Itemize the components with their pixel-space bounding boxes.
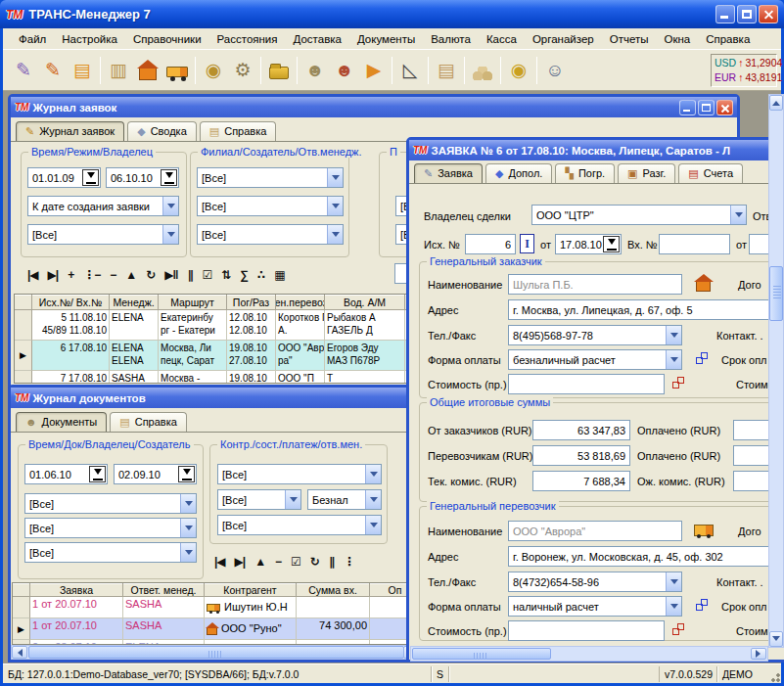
scroll-down-button[interactable]	[769, 631, 783, 647]
date-picker-button[interactable]	[161, 169, 177, 186]
linked-records-icon[interactable]	[696, 599, 708, 611]
docs-horizontal-scrollbar[interactable]	[11, 645, 420, 660]
linked-records-icon[interactable]	[696, 352, 708, 364]
cell-route[interactable]: Екатеринбург - Екатери	[159, 310, 227, 341]
cell-dates[interactable]: 12.08.1012.08.10	[227, 310, 276, 341]
scroll-right-button[interactable]	[751, 648, 766, 660]
column-header[interactable]: Ген.перевоз.	[276, 295, 325, 310]
date-picker-button[interactable]	[178, 466, 195, 482]
status-combo[interactable]: [Все]	[217, 489, 301, 510]
dropdown-button[interactable]	[162, 197, 178, 215]
cell-num[interactable]: 6 17.08.10	[32, 341, 110, 371]
carrier-payment-combo[interactable]: наличный расчет	[508, 596, 682, 617]
cell-contractor[interactable]: ООО "Руно"	[205, 618, 297, 640]
more-button[interactable]: ⋮	[339, 553, 359, 571]
filter-combo[interactable]: [Все]	[24, 518, 197, 538]
cell-num[interactable]: 7 17.08.10	[32, 371, 110, 384]
request-journal-icon[interactable]: ▤	[68, 56, 97, 85]
date-to-field[interactable]: 06.10.10	[106, 167, 179, 188]
menu-organizer[interactable]: Органайзер	[525, 31, 602, 47]
tab-additional[interactable]: ◆Допол.	[485, 163, 552, 183]
refresh-button[interactable]: ↻	[305, 553, 324, 571]
carrier-name-field[interactable]: ООО "Аврора"	[508, 521, 682, 541]
menu-cashdesk[interactable]: Касса	[479, 31, 525, 47]
marker-button[interactable]: I	[520, 234, 534, 253]
outgoing-date-field[interactable]: 17.08.10	[555, 234, 622, 254]
send-bird-icon[interactable]: ▶	[359, 56, 389, 85]
dropdown-button[interactable]	[666, 572, 681, 591]
dropdown-button[interactable]	[666, 350, 681, 369]
attachment-button[interactable]: ∥	[182, 266, 197, 284]
refresh-button[interactable]: ↻	[141, 266, 160, 284]
tab-unloading[interactable]: ▣Разг.	[618, 163, 675, 183]
owner-combo[interactable]: [Все]	[27, 224, 179, 245]
menu-reports[interactable]: Отчеты	[602, 31, 657, 47]
cell-num[interactable]: 5 11.08.1045/89 11.08.10	[32, 310, 110, 341]
menu-delivery[interactable]: Доставка	[286, 31, 349, 47]
cell-contractor[interactable]: Ишутин Ю.Н	[205, 597, 297, 618]
linked-records-icon[interactable]	[672, 623, 684, 635]
dropdown-button[interactable]	[666, 326, 681, 344]
house-icon[interactable]	[696, 281, 711, 292]
dropdown-button[interactable]	[365, 516, 381, 534]
minimize-button[interactable]	[679, 100, 696, 115]
close-button[interactable]	[759, 5, 778, 23]
carrier-truck-icon[interactable]	[162, 56, 192, 85]
close-button[interactable]	[716, 100, 733, 115]
delete-record-button[interactable]: ⋮−	[78, 266, 105, 284]
menu-settings[interactable]: Настройка	[54, 31, 125, 47]
customer-address-field[interactable]: г. Москва, ул. Липецкая, д. 67, оф. 5	[508, 299, 784, 320]
attachment-button[interactable]: ∥	[324, 553, 339, 571]
cell-manager[interactable]: SASHA	[123, 618, 205, 640]
column-header[interactable]: Контрагент	[205, 583, 297, 597]
sum-button[interactable]: ∑	[235, 266, 253, 284]
truck-icon[interactable]	[694, 525, 714, 536]
scrollbar-thumb[interactable]	[769, 266, 783, 321]
scrollbar-thumb[interactable]	[412, 648, 551, 660]
carrier-address-field[interactable]: г. Воронеж, ул. Московская, д. 45, оф. 3…	[508, 546, 784, 567]
cell-route[interactable]: Москва -	[159, 371, 227, 384]
tab-loading[interactable]: ▚Погр.	[555, 163, 615, 183]
cell-carrier[interactable]: Коротков Г.А.	[276, 310, 325, 341]
mdi-vertical-scrollbar[interactable]	[768, 94, 784, 648]
menu-distances[interactable]: Расстояния	[209, 31, 286, 47]
requests-window-titlebar[interactable]: TM Журнал заявок	[11, 97, 737, 117]
cell-driver[interactable]: Т	[325, 371, 405, 384]
cell-sum[interactable]	[297, 597, 370, 618]
app-titlebar[interactable]: TM ТРАНС-Менеджер 7	[0, 0, 784, 28]
customer-cost-field[interactable]	[508, 374, 665, 394]
carrier-cost-field[interactable]	[508, 620, 665, 641]
date-mode-combo[interactable]: К дате создания заявки	[27, 196, 179, 216]
first-record-button[interactable]: |◀	[209, 553, 230, 571]
menu-help[interactable]: Справка	[698, 31, 758, 47]
tab-help[interactable]: ▤Справка	[110, 412, 187, 432]
dropdown-button[interactable]	[180, 519, 196, 537]
dropdown-button[interactable]	[162, 225, 178, 244]
column-header[interactable]: Маршрут	[159, 295, 227, 310]
scroll-up-button[interactable]	[769, 95, 783, 111]
tree-view-button[interactable]: ∴	[253, 266, 269, 284]
person-export-icon[interactable]: ☻	[300, 56, 330, 85]
people-icon[interactable]: ☻	[330, 56, 359, 85]
maximize-button[interactable]	[737, 5, 757, 23]
cell-request[interactable]: 1 от 20.07.10	[30, 597, 123, 618]
maximize-button[interactable]	[698, 100, 715, 115]
cell-request[interactable]: 1 от 20.07.10	[30, 618, 123, 640]
date-picker-button[interactable]	[603, 236, 620, 252]
cell-manager[interactable]: ELENAELENA	[110, 341, 159, 371]
tab-help[interactable]: ▤Справка	[200, 121, 277, 141]
set-square-icon[interactable]: ◺	[395, 56, 425, 85]
cell-dates[interactable]: 19.08.10	[227, 371, 276, 384]
menu-file[interactable]: Файл	[11, 31, 54, 47]
tab-order[interactable]: ✎Заявка	[414, 163, 483, 183]
tab-documents[interactable]: ☻Документы	[16, 412, 107, 432]
dropdown-button[interactable]	[327, 225, 343, 244]
cell-carrier[interactable]: ООО "Аврора"	[276, 341, 325, 371]
menu-documents[interactable]: Документы	[349, 31, 423, 47]
menu-directories[interactable]: Справочники	[125, 31, 209, 47]
dropdown-button[interactable]	[365, 465, 381, 483]
money-icon[interactable]: ◉	[199, 56, 228, 85]
dropdown-button[interactable]	[180, 494, 196, 513]
delete-record-button[interactable]: −	[270, 553, 286, 571]
gear-wrench-icon[interactable]: ⚙	[228, 56, 257, 85]
